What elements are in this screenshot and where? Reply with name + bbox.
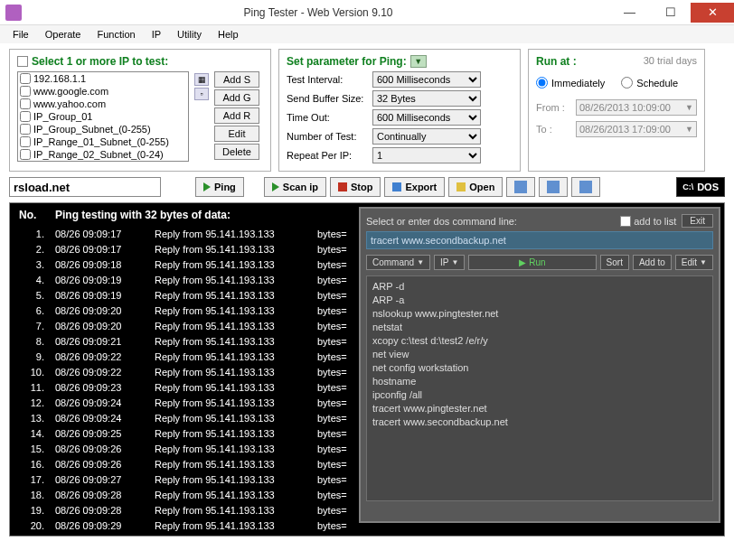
close-button[interactable]: ✕ [691,3,734,23]
select-panel-title: Select 1 or more IP to test: [32,55,168,68]
app-icon [5,5,22,21]
dos-list-item[interactable]: ARP -a [372,294,707,307]
dos-sort-button[interactable]: Sort [600,255,629,270]
repeat-label: Repeat Per IP: [287,150,372,161]
panel-icon-2[interactable]: ▫ [194,88,209,100]
menubar: File Operate Function IP Utility Help [0,25,734,43]
play-icon [272,182,279,191]
ip-item[interactable]: www.google.com [18,85,188,98]
interval-select[interactable]: 600 Milliseconds [372,71,481,88]
timeout-label: Time Out: [287,112,372,123]
tool-icon-2[interactable] [539,177,568,197]
add-g-button[interactable]: Add G [214,89,259,106]
menu-utility[interactable]: Utility [170,27,209,42]
dos-panel: Select or enter dos command line: add to… [359,207,720,523]
stop-button[interactable]: Stop [330,177,381,197]
open-button[interactable]: Open [448,177,503,197]
edit-button[interactable]: Edit [214,126,259,142]
ip-item[interactable]: IP_Group_01 [18,110,188,123]
maximize-button[interactable]: ☐ [650,3,691,23]
interval-label: Test Interval: [287,74,372,85]
dos-list-item[interactable]: nslookup www.pingtester.net [372,307,707,321]
dos-list-item[interactable]: xcopy c:\test d:\test2 /e/r/y [372,334,707,348]
timeout-select[interactable]: 600 Milliseconds [372,109,481,126]
runat-title: Run at : [536,55,577,68]
select-all-checkbox[interactable] [17,56,28,67]
add-to-list-checkbox[interactable]: add to list [620,216,676,227]
window-title: Ping Tester - Web Version 9.10 [27,6,609,19]
col-no: No. [19,209,55,221]
export-button[interactable]: Export [384,177,445,197]
immediately-radio[interactable]: Immediately [536,77,605,89]
host-input[interactable] [9,177,161,197]
to-label: To : [536,124,569,135]
play-icon [203,182,211,191]
search-icon [547,181,560,193]
runat-panel: 30 trial days Run at : Immediately Sched… [528,49,705,172]
dos-list-item[interactable]: ARP -d [372,280,707,294]
ip-item[interactable]: IP_Group_Subnet_(0-255) [18,123,188,135]
ip-item[interactable]: IP_Range_02_Subnet_(0-24) [18,148,188,161]
scan-button[interactable]: Scan ip [264,177,326,197]
dos-list-item[interactable]: net config workstation [372,361,707,375]
select-ip-panel: Select 1 or more IP to test: 192.168.1.1… [9,49,271,172]
menu-help[interactable]: Help [211,27,246,42]
ie-icon [579,181,592,193]
trial-label: 30 trial days [644,55,697,66]
dos-prompt: Select or enter dos command line: [366,216,615,227]
folder-icon [456,182,466,191]
to-datetime[interactable]: 08/26/2013 17:09:00▼ [576,121,697,137]
delete-button[interactable]: Delete [214,144,259,160]
buffer-select[interactable]: 32 Bytes [372,90,481,107]
buffer-label: Send Buffer Size: [287,93,372,104]
ip-listbox[interactable]: 192.168.1.1www.google.comwww.yahoo.comIP… [17,71,189,162]
dos-edit-dropdown[interactable]: Edit▼ [675,255,713,270]
dos-button[interactable]: C:\ DOS [676,177,725,197]
ip-item[interactable]: IP_Range_01_Subnet_(0-255) [18,135,188,148]
repeat-select[interactable]: 1 [372,147,481,163]
menu-function[interactable]: Function [89,27,142,42]
params-title: Set parameter for Ping: [287,55,407,68]
ip-item[interactable]: 192.168.1.1 [18,72,188,85]
export-icon [392,182,401,191]
ping-button[interactable]: Ping [195,177,244,197]
dos-command-input[interactable] [366,231,713,249]
dos-addto-button[interactable]: Add to [633,255,672,270]
numtests-label: Number of Test: [287,131,372,142]
tool-icon-1[interactable] [506,177,535,197]
dos-list-item[interactable]: netstat [372,321,707,334]
tool-icon-3[interactable] [571,177,600,197]
numtests-select[interactable]: Continually [372,128,481,145]
menu-ip[interactable]: IP [145,27,168,42]
dos-list-item[interactable]: hostname [372,375,707,388]
panel-icon-1[interactable]: ▦ [194,73,209,86]
params-panel: Set parameter for Ping: ▼ Test Interval:… [278,49,521,172]
schedule-radio[interactable]: Schedule [621,77,678,89]
minimize-button[interactable]: — [609,3,650,23]
dos-ip-dropdown[interactable]: IP▼ [434,255,465,270]
toolbar: Ping Scan ip Stop Export Open C:\ DOS [9,177,725,197]
titlebar: Ping Tester - Web Version 9.10 — ☐ ✕ [0,0,734,25]
menu-operate[interactable]: Operate [38,27,89,42]
from-datetime[interactable]: 08/26/2013 10:09:00▼ [576,99,697,116]
dos-list-item[interactable]: tracert www.secondbackup.net [372,415,707,429]
dos-command-list[interactable]: ARP -dARP -anslookup www.pingtester.netn… [366,275,713,501]
dos-exit-button[interactable]: Exit [682,214,713,228]
stop-icon [338,182,347,191]
console: No. Ping testing with 32 bytes of data: … [9,202,725,537]
add-r-button[interactable]: Add R [214,107,259,124]
dos-list-item[interactable]: ipconfig /all [372,388,707,402]
menu-file[interactable]: File [5,27,36,42]
dos-list-item[interactable]: tracert www.pingtester.net [372,402,707,415]
dos-command-dropdown[interactable]: Command▼ [366,255,430,270]
from-label: From : [536,102,569,113]
add-s-button[interactable]: Add S [214,71,259,88]
image-icon [514,181,527,193]
ip-item[interactable]: www.yahoo.com [18,98,188,110]
dos-run-button[interactable]: ▶Run [468,255,596,270]
dos-list-item[interactable]: net view [372,348,707,361]
params-dropdown-icon[interactable]: ▼ [410,55,427,68]
